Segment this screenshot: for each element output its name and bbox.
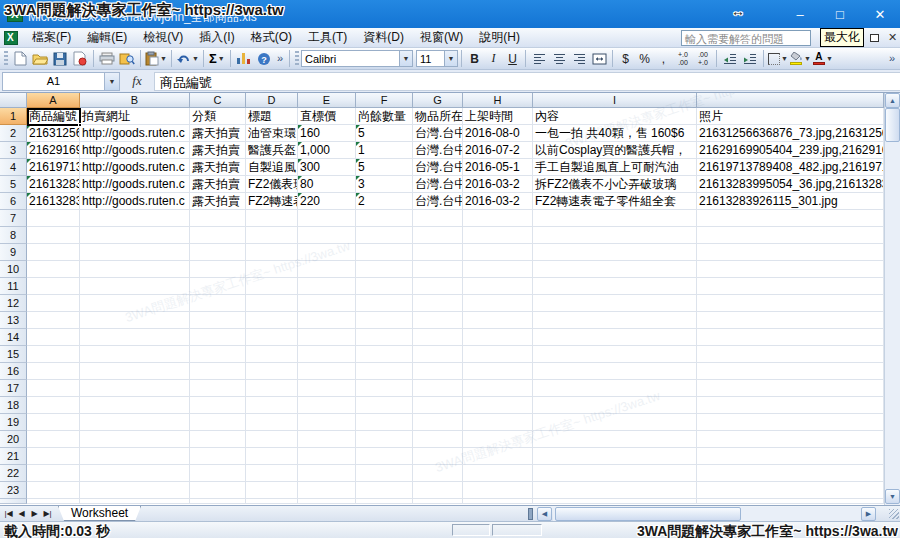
cell-d11[interactable] (246, 278, 298, 295)
help-button[interactable]: ? (254, 49, 274, 68)
cell-g3[interactable]: 台灣.台中 (413, 142, 463, 159)
cell-g19[interactable] (413, 414, 463, 431)
cell-g10[interactable] (413, 261, 463, 278)
column-header-j[interactable] (697, 93, 884, 108)
cell-i9[interactable] (533, 244, 697, 261)
cell-j21[interactable] (697, 448, 884, 465)
cell-h7[interactable] (463, 210, 533, 227)
row-header-18[interactable]: 18 (0, 397, 27, 414)
research-button[interactable] (117, 49, 137, 68)
minimize-button[interactable]: – (780, 0, 820, 28)
cell-j20[interactable] (697, 431, 884, 448)
last-sheet-button[interactable]: ▶| (41, 507, 54, 521)
cell-i20[interactable] (533, 431, 697, 448)
row-header-8[interactable]: 8 (0, 227, 27, 244)
cell-h2[interactable]: 2016-08-0 (463, 125, 533, 142)
row-header-4[interactable]: 4 (0, 159, 27, 176)
cell-c10[interactable] (190, 261, 246, 278)
cell-a2[interactable]: 21631256636876 (27, 125, 80, 142)
cell-g4[interactable]: 台灣.台中 (413, 159, 463, 176)
cell-f5[interactable]: 3 (356, 176, 413, 193)
cell-e22[interactable] (298, 465, 356, 482)
cell-a7[interactable] (27, 210, 80, 227)
cell-d9[interactable] (246, 244, 298, 261)
cell-i5[interactable]: 拆FZ2儀表不小心弄破玻璃 (533, 176, 697, 193)
cell-j9[interactable] (697, 244, 884, 261)
cell-c9[interactable] (190, 244, 246, 261)
chart-wizard-button[interactable] (234, 49, 254, 68)
cell-i2[interactable]: 一包一拍 共40顆，售 160$6 (533, 125, 697, 142)
cell-e13[interactable] (298, 312, 356, 329)
cell-a21[interactable] (27, 448, 80, 465)
horizontal-scroll-thumb[interactable] (555, 507, 741, 521)
cell-f1[interactable]: 尚餘數量 (356, 108, 413, 125)
cell-g2[interactable]: 台灣.台中 (413, 125, 463, 142)
cell-g16[interactable] (413, 363, 463, 380)
fill-color-button[interactable]: ▼ (789, 49, 812, 68)
align-center-button[interactable] (549, 49, 569, 68)
cell-i3[interactable]: 以前Cosplay買的醫護兵帽， (533, 142, 697, 159)
cell-e7[interactable] (298, 210, 356, 227)
undo-dropdown[interactable]: ▼ (192, 55, 199, 62)
cell-e3[interactable]: 1,000 (298, 142, 356, 159)
cell-g12[interactable] (413, 295, 463, 312)
cell-c13[interactable] (190, 312, 246, 329)
row-header-12[interactable]: 12 (0, 295, 27, 312)
fill-color-dropdown[interactable]: ▼ (804, 55, 811, 62)
cell-j19[interactable] (697, 414, 884, 431)
cell-b16[interactable] (80, 363, 190, 380)
cell-j16[interactable] (697, 363, 884, 380)
row-header-2[interactable]: 2 (0, 125, 27, 142)
cell-d21[interactable] (246, 448, 298, 465)
cell-c7[interactable] (190, 210, 246, 227)
percent-button[interactable]: % (635, 52, 654, 66)
cell-a8[interactable] (27, 227, 80, 244)
currency-button[interactable]: $ (616, 52, 635, 66)
row-header-6[interactable]: 6 (0, 193, 27, 210)
prev-sheet-button[interactable]: ◀ (15, 507, 28, 521)
row-header-3[interactable]: 3 (0, 142, 27, 159)
cell-a6[interactable]: 21613283926115 (27, 193, 80, 210)
workbook-close-button[interactable]: ✕ (885, 31, 900, 45)
cell-j6[interactable]: 21613283926115_301.jpg (697, 193, 884, 210)
row-header-13[interactable]: 13 (0, 312, 27, 329)
cell-f3[interactable]: 1 (356, 142, 413, 159)
cell-c5[interactable]: 露天拍賣 (190, 176, 246, 193)
row-header-16[interactable]: 16 (0, 363, 27, 380)
cell-d24[interactable] (246, 499, 298, 504)
font-color-dropdown[interactable]: ▼ (826, 55, 833, 62)
font-color-button[interactable]: A▼ (812, 49, 834, 68)
cell-a9[interactable] (27, 244, 80, 261)
cell-g5[interactable]: 台灣.台中 (413, 176, 463, 193)
decrease-indent-button[interactable] (720, 49, 740, 68)
column-header-g[interactable]: G (413, 93, 463, 108)
row-header-11[interactable]: 11 (0, 278, 27, 295)
cell-f8[interactable] (356, 227, 413, 244)
borders-dropdown[interactable]: ▼ (781, 55, 788, 62)
cell-b1[interactable]: 拍賣網址 (80, 108, 190, 125)
cell-b12[interactable] (80, 295, 190, 312)
cell-f18[interactable] (356, 397, 413, 414)
cell-c11[interactable] (190, 278, 246, 295)
cell-d14[interactable] (246, 329, 298, 346)
cell-f19[interactable] (356, 414, 413, 431)
cell-j4[interactable]: 21619713789408_482.jpg,2161971378 (697, 159, 884, 176)
cell-a12[interactable] (27, 295, 80, 312)
scroll-down-icon[interactable]: ▼ (885, 489, 900, 504)
cell-g18[interactable] (413, 397, 463, 414)
cell-g8[interactable] (413, 227, 463, 244)
cell-h18[interactable] (463, 397, 533, 414)
cell-e24[interactable] (298, 499, 356, 504)
cell-h3[interactable]: 2016-07-2 (463, 142, 533, 159)
cell-c20[interactable] (190, 431, 246, 448)
cell-d2[interactable]: 油管束環 (246, 125, 298, 142)
cell-a22[interactable] (27, 465, 80, 482)
row-header-17[interactable]: 17 (0, 380, 27, 397)
undo-button[interactable]: ▼ (175, 49, 200, 68)
cell-f4[interactable]: 5 (356, 159, 413, 176)
cell-h21[interactable] (463, 448, 533, 465)
cell-d13[interactable] (246, 312, 298, 329)
cell-g11[interactable] (413, 278, 463, 295)
cell-a10[interactable] (27, 261, 80, 278)
row-header-21[interactable]: 21 (0, 448, 27, 465)
